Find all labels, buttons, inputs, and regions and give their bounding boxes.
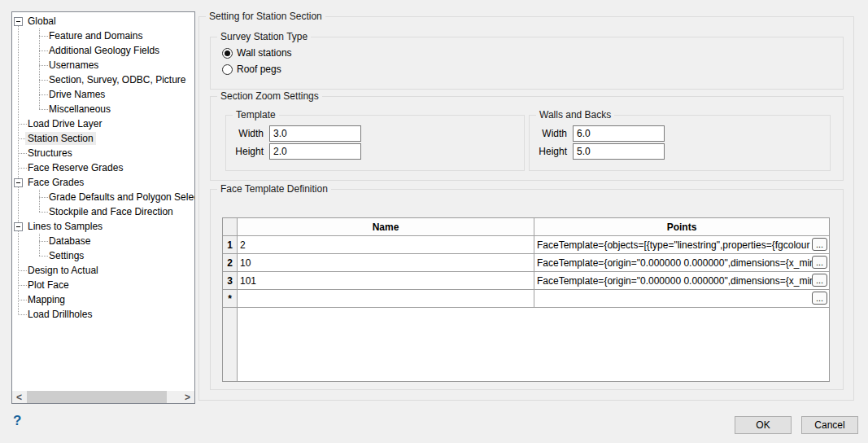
radio-roof-pegs[interactable]: Roof pegs — [222, 63, 281, 76]
tree-item-load-drive-layer[interactable]: Load Drive Layer — [12, 116, 194, 131]
template-width-input[interactable] — [269, 125, 361, 142]
scrollbar-track[interactable] — [26, 391, 181, 403]
tree-item-label[interactable]: Design to Actual — [25, 264, 101, 277]
tree-item-label[interactable]: Grade Defaults and Polygon Selec — [46, 191, 194, 204]
help-icon[interactable]: ? — [13, 413, 21, 429]
row-number-cell[interactable]: 2 — [223, 254, 238, 271]
tree-item-label[interactable]: Miscellaneous — [46, 103, 113, 116]
tree-item-additional-geology-fields[interactable]: Additional Geology Fields — [12, 43, 194, 58]
tree-item-label[interactable]: Face Grades — [25, 176, 86, 189]
tree-item-stockpile-and-face-direction[interactable]: Stockpile and Face Direction — [12, 204, 194, 219]
table-row: 3 101 FaceTemplate={origin="0.000000 0.0… — [223, 272, 829, 290]
walls-height-input[interactable] — [573, 143, 665, 160]
tree-item-plot-face[interactable]: Plot Face — [12, 278, 194, 292]
ok-button[interactable]: OK — [735, 416, 792, 434]
grid-corner-cell — [223, 218, 238, 235]
name-cell[interactable] — [238, 290, 534, 307]
group-title: Section Zoom Settings — [217, 90, 322, 102]
tree-item-label[interactable]: Usernames — [46, 59, 101, 72]
tree-item-label[interactable]: Mapping — [25, 293, 68, 306]
points-cell[interactable]: FaceTemplate={objects=[{type="linestring… — [534, 236, 829, 253]
tree-item-label[interactable]: Drive Names — [46, 88, 107, 101]
tree-item-structures[interactable]: Structures — [12, 146, 194, 160]
tree-item-station-section[interactable]: Station Section — [12, 131, 194, 146]
tree-item-grade-defaults-and-polygon-selection[interactable]: Grade Defaults and Polygon Selec — [12, 190, 194, 204]
tree-item-label-selected[interactable]: Station Section — [25, 132, 96, 145]
group-title: Walls and Backs — [536, 109, 614, 121]
radio-unselected-icon[interactable] — [222, 64, 233, 75]
walls-width-input[interactable] — [573, 125, 665, 142]
tree-item-label[interactable]: Additional Geology Fields — [46, 44, 162, 57]
radio-label[interactable]: Wall stations — [237, 47, 292, 59]
ellipsis-button[interactable]: ... — [812, 238, 827, 251]
tree-item-settings[interactable]: Settings — [12, 248, 194, 263]
minus-icon — [16, 226, 20, 227]
tree-item-face-reserve-grades[interactable]: Face Reserve Grades — [12, 160, 194, 175]
group-survey-station-type: Survey Station Type Wall stations Roof p… — [210, 37, 844, 90]
scrollbar-thumb[interactable] — [27, 391, 167, 403]
tree-item-usernames[interactable]: Usernames — [12, 58, 194, 72]
name-cell[interactable]: 101 — [238, 272, 534, 289]
tree-item-label[interactable]: Plot Face — [25, 279, 72, 292]
tree-item-database[interactable]: Database — [12, 234, 194, 248]
collapse-icon[interactable] — [14, 17, 23, 26]
face-template-grid: Name Points 1 2 FaceTemplate={objects=[{… — [222, 217, 830, 382]
ellipsis-button[interactable]: ... — [812, 292, 827, 305]
radio-label[interactable]: Roof pegs — [237, 64, 281, 75]
tree-item-label[interactable]: Load Drive Layer — [25, 117, 104, 130]
horizontal-scrollbar[interactable]: < > — [12, 391, 194, 403]
tree-item-label[interactable]: Face Reserve Grades — [25, 161, 125, 174]
table-row: 2 10 FaceTemplate={origin="0.000000 0.00… — [223, 254, 829, 272]
tree-item-load-drillholes[interactable]: Load Drillholes — [12, 307, 194, 322]
template-height-input[interactable] — [269, 143, 361, 160]
tree-item-drive-names[interactable]: Drive Names — [12, 87, 194, 102]
tree-item-label[interactable]: Database — [46, 235, 93, 248]
radio-selected-icon[interactable] — [222, 48, 233, 59]
tree-item-design-to-actual[interactable]: Design to Actual — [12, 263, 194, 278]
tree-item-lines-to-samples[interactable]: Lines to Samples — [12, 219, 194, 234]
minus-icon — [16, 21, 20, 22]
group-title: Survey Station Type — [217, 31, 311, 42]
table-row-new: * ... — [223, 290, 829, 308]
tree-item-global[interactable]: Global — [12, 14, 194, 29]
tree-item-face-grades[interactable]: Face Grades — [12, 175, 194, 190]
row-number-cell[interactable]: 1 — [223, 236, 238, 253]
tree-item-miscellaneous[interactable]: Miscellaneous — [12, 102, 194, 116]
scroll-right-icon[interactable]: > — [181, 391, 194, 403]
scroll-left-icon[interactable]: < — [12, 391, 26, 403]
tree-item-label[interactable]: Lines to Samples — [25, 220, 105, 233]
ellipsis-button[interactable]: ... — [812, 256, 827, 269]
name-cell[interactable]: 10 — [238, 254, 534, 271]
group-title: Face Template Definition — [217, 183, 331, 195]
tree-item-label[interactable]: Stockpile and Face Direction — [46, 205, 176, 218]
settings-tree: Global Feature and Domains Additional Ge… — [12, 12, 194, 391]
radio-wall-stations[interactable]: Wall stations — [222, 46, 292, 59]
tree-item-label[interactable]: Global — [25, 15, 59, 28]
group-face-template-definition: Face Template Definition Name Points 1 2… — [210, 189, 844, 390]
group-section-zoom-settings: Section Zoom Settings Template Width Hei… — [210, 96, 844, 181]
points-cell[interactable]: FaceTemplate={origin="0.000000 0.000000"… — [534, 272, 829, 289]
points-cell[interactable]: FaceTemplate={origin="0.000000 0.000000"… — [534, 254, 829, 271]
tree-item-label[interactable]: Structures — [25, 147, 75, 160]
tree-item-section-survey-odbc-picture[interactable]: Section, Survey, ODBC, Picture — [12, 72, 194, 87]
tree-item-label[interactable]: Section, Survey, ODBC, Picture — [46, 73, 189, 86]
name-cell[interactable]: 2 — [238, 236, 534, 253]
tree-item-mapping[interactable]: Mapping — [12, 292, 194, 307]
tree-item-label[interactable]: Load Drillholes — [25, 308, 94, 321]
tree-item-feature-and-domains[interactable]: Feature and Domains — [12, 29, 194, 43]
row-number-cell[interactable]: 3 — [223, 272, 238, 289]
grid-header-row: Name Points — [223, 218, 829, 236]
tree-item-label[interactable]: Feature and Domains — [46, 29, 145, 42]
points-cell[interactable]: ... — [534, 290, 829, 307]
group-title: Template — [233, 109, 279, 121]
tree-item-label[interactable]: Settings — [46, 249, 86, 262]
walls-width-label: Width — [530, 128, 567, 139]
grid-header-points: Points — [534, 218, 829, 235]
cancel-button[interactable]: Cancel — [801, 416, 858, 434]
group-setting-for-station-section: Setting for Station Section Survey Stati… — [198, 16, 854, 401]
row-number-cell[interactable]: * — [223, 290, 238, 307]
collapse-icon[interactable] — [14, 222, 23, 231]
settings-dialog: Global Feature and Domains Additional Ge… — [0, 0, 868, 443]
collapse-icon[interactable] — [14, 178, 23, 187]
ellipsis-button[interactable]: ... — [812, 274, 827, 287]
